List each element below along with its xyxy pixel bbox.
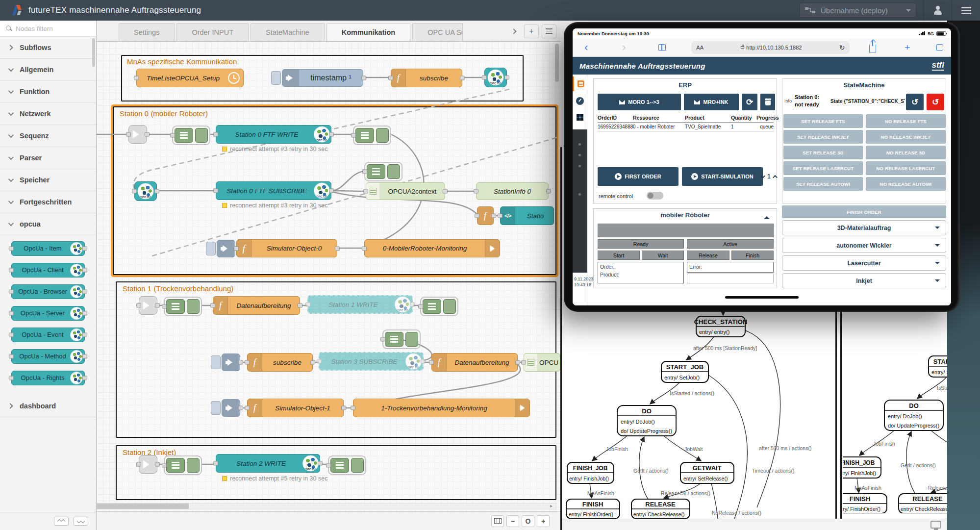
debug-toggle-button[interactable]: [195, 128, 208, 143]
forward-button[interactable]: ›: [622, 42, 626, 53]
grid-icon[interactable]: [577, 114, 583, 121]
no-release-3d-button[interactable]: NO RELEASE 3D: [866, 146, 946, 159]
set-release-autowi-button[interactable]: SET RELEASE AUTOWI: [783, 177, 863, 191]
dropdown-autonomer-wickler[interactable]: autonomer Wickler: [782, 238, 946, 253]
palette-node-opcua-browser[interactable]: OpcUa - Browser: [11, 284, 85, 299]
palette-category-netzwerk[interactable]: Netzwerk: [0, 103, 96, 125]
zoom-in-button[interactable]: +: [537, 515, 550, 527]
node-datenaufbereitung-2[interactable]: f Datenaufbereitung: [431, 353, 518, 372]
node-debug[interactable]: [328, 455, 366, 475]
inject-button[interactable]: [211, 401, 221, 415]
node-opcua2context[interactable]: OPCUA2context: [366, 182, 445, 200]
share-icon[interactable]: [869, 45, 876, 52]
first-order-button[interactable]: FIRST ORDER: [598, 167, 678, 186]
text-size-button[interactable]: AA: [696, 45, 704, 50]
palette-category-fortgeschritten[interactable]: Fortgeschritten: [0, 191, 96, 213]
node-inject[interactable]: [211, 353, 240, 371]
node-simulator-object-0[interactable]: f Simulator-Object-0: [236, 239, 337, 257]
tab-settings[interactable]: Settings: [119, 23, 175, 41]
node-debug[interactable]: [420, 297, 458, 316]
node-debug[interactable]: [353, 126, 391, 145]
palette-category-sequenz[interactable]: Sequenz: [0, 125, 96, 147]
new-tab-button[interactable]: +: [905, 43, 910, 52]
palette-category-subflows[interactable]: Subflows: [0, 37, 96, 59]
finish-order-button[interactable]: FINISH ORDER: [782, 205, 946, 218]
debug-toggle-button[interactable]: [443, 299, 456, 314]
url-field[interactable]: AA http://10.10.130.5:1882 ↻: [691, 41, 850, 54]
mro-ink-button[interactable]: MRO+INK: [684, 94, 739, 110]
palette-node-opcua-client[interactable]: OpcUa - Client: [11, 263, 85, 278]
node-debug[interactable]: [382, 329, 421, 349]
node-simulator-object-1[interactable]: f Simulator-Object-1: [247, 399, 344, 417]
deploy-caret-icon[interactable]: [906, 9, 911, 14]
palette-node-opcua-rights[interactable]: OpcUa - Rights: [11, 371, 85, 385]
node-station0-ftf-subscribe[interactable]: Station 0 FTF SUBSCRIBE: [216, 181, 331, 200]
debug-toggle-button[interactable]: [187, 458, 200, 473]
node-station-template[interactable]: </> Statio: [500, 206, 554, 225]
node-function-small[interactable]: f: [477, 206, 494, 225]
node-station3-subscribe[interactable]: Station 3 SUBSCRIBE: [319, 352, 424, 371]
palette-category-opcua[interactable]: opcua: [0, 213, 96, 235]
palette-category-speicher[interactable]: Speicher: [0, 169, 96, 191]
tab-scroll-right-button[interactable]: [506, 25, 521, 38]
monitor-icon[interactable]: [930, 521, 941, 529]
moro-button[interactable]: MORO 1-->3: [598, 94, 681, 110]
main-menu-button[interactable]: [952, 0, 980, 21]
palette-scrollbar[interactable]: [92, 38, 95, 67]
node-station0-ftf-write[interactable]: Station 0 FTF WRITE: [216, 125, 331, 144]
wait-button[interactable]: Wait: [642, 251, 684, 260]
tabs-icon[interactable]: [936, 44, 943, 51]
node-station2-write[interactable]: Station 2 WRITE: [216, 454, 320, 473]
remote-control-toggle[interactable]: [647, 192, 663, 200]
order-row[interactable]: 16995229348880 - mobiler RoboterTVO_Spie…: [598, 123, 774, 131]
node-datenaufbereitung-1[interactable]: f Datenaufbereitung: [213, 296, 300, 315]
palette-node-opcua-server[interactable]: OpcUa - Server: [11, 306, 85, 321]
debug-toggle-button[interactable]: [405, 332, 418, 347]
set-release-inkjet-button[interactable]: SET RELEASE INKJET: [783, 130, 863, 144]
zoom-reset-button[interactable]: O: [522, 515, 534, 527]
inject-button[interactable]: [211, 355, 221, 369]
dashboard-gauge-icon[interactable]: [576, 97, 584, 105]
order-count-stepper[interactable]: 1: [760, 173, 778, 180]
navigator-button[interactable]: [491, 515, 504, 527]
node-station1-write[interactable]: Station 1 WRITE: [307, 295, 413, 314]
active-button[interactable]: Active: [687, 239, 774, 249]
sidebar-item-orders[interactable]: [573, 76, 587, 91]
debug-toggle-button[interactable]: [351, 458, 364, 473]
palette-node-opcua-item[interactable]: OpcUa - Item: [11, 241, 85, 256]
palette-node-opcua-event[interactable]: OpcUa - Event: [11, 328, 85, 342]
node-link-in[interactable]: [139, 455, 157, 474]
reload-button[interactable]: ↻: [839, 44, 845, 51]
debug-toggle-button[interactable]: [376, 128, 389, 143]
node-stationinfo-0[interactable]: StationInfo 0: [476, 182, 549, 200]
node-trockenvorbehandlung-monitoring[interactable]: 1-Trockenvorbehandlung-Monitoring: [353, 399, 530, 417]
finish-button[interactable]: Finish: [731, 251, 774, 260]
debug-toggle-button[interactable]: [387, 164, 400, 179]
add-flow-button[interactable]: +: [524, 25, 539, 38]
ready-button[interactable]: Ready: [598, 239, 684, 249]
delete-orders-button[interactable]: [760, 94, 775, 110]
set-release-fts-button[interactable]: SET RELEASE FTS: [783, 114, 863, 128]
flow-list-button[interactable]: [542, 25, 556, 38]
palette-category-allgemein[interactable]: Allgemein: [0, 59, 96, 81]
stepper-down-icon[interactable]: [760, 174, 765, 178]
node-inject[interactable]: [211, 399, 240, 417]
debug-toggle-button[interactable]: [187, 299, 200, 314]
node-inject[interactable]: [206, 240, 235, 257]
tab-statemachine[interactable]: StateMachine: [251, 23, 325, 41]
refresh-orders-button[interactable]: ⟳: [742, 94, 757, 110]
node-subscribe-function[interactable]: f subscribe: [391, 69, 462, 87]
stepper-up-icon[interactable]: [773, 175, 778, 179]
no-release-fts-button[interactable]: NO RELEASE FTS: [866, 114, 946, 128]
user-menu-button[interactable]: [923, 0, 952, 21]
palette-category-dashboard[interactable]: dashboard: [0, 395, 96, 417]
back-button[interactable]: ‹: [584, 42, 588, 53]
palette-node-opcua-method[interactable]: OpcUa - Method: [11, 349, 85, 364]
dropdown-inkjet[interactable]: Inkjet: [782, 273, 946, 288]
deploy-button[interactable]: Übernahme (deploy): [800, 3, 916, 18]
inject-button[interactable]: [271, 71, 281, 85]
node-debug[interactable]: [164, 297, 202, 316]
palette-category-parser[interactable]: Parser: [0, 147, 96, 169]
collapse-all-button[interactable]: [54, 517, 69, 526]
node-opcua-change-cut[interactable]: OPCU: [524, 353, 560, 372]
